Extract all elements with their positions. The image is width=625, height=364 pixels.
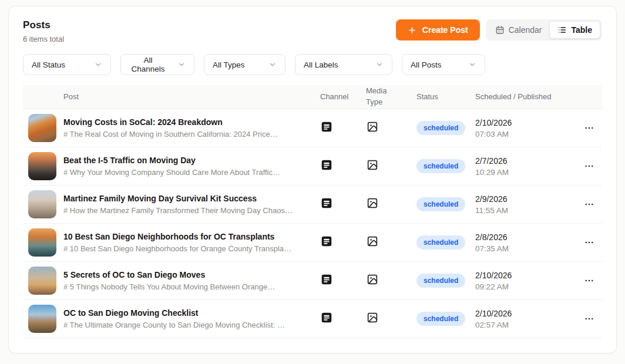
status-cell: scheduled [416, 235, 475, 250]
image-icon [366, 311, 379, 324]
article-icon [320, 235, 333, 248]
channel-cell [320, 120, 366, 136]
ellipsis-icon [584, 161, 594, 171]
filter-status[interactable]: All Status [23, 54, 111, 75]
media-type-cell [366, 120, 416, 136]
filter-types[interactable]: All Types [204, 54, 285, 75]
scheduled-date: 2/7/2026 [475, 156, 576, 166]
scheduled-time: 10:29 AM [475, 168, 576, 177]
scheduled-date: 2/10/2026 [475, 309, 576, 318]
table-row[interactable]: OC to San Diego Moving Checklist # The U… [23, 300, 602, 338]
channel-cell [320, 273, 366, 288]
table-row[interactable]: Beat the I-5 Traffic on Moving Day # Why… [23, 147, 602, 186]
scheduled-date: 2/10/2026 [475, 271, 576, 280]
chevron-down-icon [268, 60, 277, 69]
post-title: OC to San Diego Moving Checklist [63, 308, 285, 318]
status-badge: scheduled [416, 235, 465, 250]
filter-posts-label: All Posts [411, 60, 442, 69]
calendar-view-button[interactable]: Calendar [488, 21, 550, 39]
article-icon [320, 120, 333, 133]
image-icon [366, 159, 379, 171]
column-header-media-type: Media Type [366, 86, 416, 108]
article-icon [320, 197, 333, 210]
row-menu-button[interactable] [580, 310, 598, 328]
row-menu-button[interactable] [580, 272, 598, 289]
media-type-cell [366, 159, 416, 174]
scheduled-cell: 2/7/2026 10:29 AM [475, 156, 576, 177]
filter-posts[interactable]: All Posts [402, 54, 485, 75]
post-subtitle: # The Ultimate Orange County to San Dieg… [63, 321, 285, 329]
channel-cell [320, 159, 366, 174]
post-subtitle: # 10 Best San Diego Neighborhoods for Or… [63, 244, 291, 253]
media-type-cell [366, 235, 416, 250]
table-row[interactable]: Moving Costs in SoCal: 2024 Breakdown # … [23, 109, 602, 147]
create-post-label: Create Post [422, 25, 468, 35]
scheduled-date: 2/8/2026 [475, 232, 576, 242]
scheduled-time: 11:55 AM [475, 206, 576, 215]
table-row[interactable]: Martinez Family Moving Day Survival Kit … [23, 186, 602, 224]
table-row[interactable]: 5 Secrets of OC to San Diego Moves # 5 T… [23, 262, 602, 300]
status-badge: scheduled [416, 121, 465, 135]
column-header-status: Status [416, 92, 475, 103]
table-view-button[interactable]: Table [549, 21, 600, 39]
actions-cell [576, 272, 602, 289]
post-subtitle: # The Real Cost of Moving in Southern Ca… [63, 130, 278, 139]
status-cell: scheduled [416, 159, 475, 173]
post-title: Beat the I-5 Traffic on Moving Day [63, 156, 280, 165]
calendar-label: Calendar [509, 25, 542, 35]
row-menu-button[interactable] [580, 119, 598, 137]
status-badge: scheduled [416, 312, 465, 326]
article-icon [320, 311, 333, 324]
post-cell: Beat the I-5 Traffic on Moving Day # Why… [23, 147, 320, 185]
post-cell: 10 Best San Diego Neighborhoods for OC T… [23, 224, 320, 261]
filter-labels-label: All Labels [304, 60, 338, 69]
row-menu-button[interactable] [580, 157, 598, 175]
post-cell: OC to San Diego Moving Checklist # The U… [23, 300, 320, 338]
chevron-down-icon [94, 60, 102, 69]
chevron-down-icon [177, 60, 186, 69]
channel-cell [320, 197, 366, 212]
post-cell: Martinez Family Moving Day Survival Kit … [23, 186, 320, 223]
post-title: Martinez Family Moving Day Survival Kit … [63, 194, 293, 203]
column-header-channel: Channel [320, 92, 366, 103]
scheduled-time: 09:22 AM [475, 282, 576, 291]
beach-sunset-thumbnail [28, 267, 56, 295]
post-text: Beat the I-5 Traffic on Moving Day # Why… [63, 156, 280, 177]
image-icon [366, 120, 379, 133]
post-text: OC to San Diego Moving Checklist # The U… [63, 308, 285, 329]
table-row[interactable]: 10 Best San Diego Neighborhoods for OC T… [23, 224, 602, 262]
ellipsis-icon [584, 123, 594, 133]
row-menu-button[interactable] [580, 196, 598, 213]
post-title: 5 Secrets of OC to San Diego Moves [63, 270, 275, 279]
actions-cell [576, 157, 602, 175]
scheduled-time: 07:03 AM [475, 130, 576, 139]
title-block: Posts 6 items total [23, 19, 64, 43]
status-badge: scheduled [416, 197, 465, 211]
actions-cell [576, 119, 602, 137]
plus-icon [408, 26, 416, 35]
panel-header: Posts 6 items total Create Post Calendar [23, 19, 602, 43]
list-icon [557, 25, 567, 35]
scheduled-cell: 2/10/2026 07:03 AM [475, 118, 576, 139]
article-icon [320, 159, 333, 171]
scheduled-date: 2/10/2026 [475, 118, 576, 127]
post-text: 10 Best San Diego Neighborhoods for OC T… [63, 232, 291, 253]
filter-status-label: All Status [32, 60, 65, 69]
ellipsis-icon [584, 275, 594, 286]
image-icon [366, 273, 379, 286]
ellipsis-icon [584, 314, 594, 324]
status-cell: scheduled [416, 274, 475, 288]
create-post-button[interactable]: Create Post [396, 19, 480, 41]
filter-labels[interactable]: All Labels [295, 54, 392, 75]
post-title: Moving Costs in SoCal: 2024 Breakdown [63, 117, 278, 127]
status-cell: scheduled [416, 312, 475, 326]
row-menu-button[interactable] [580, 234, 598, 251]
filter-channels[interactable]: All Channels [120, 54, 194, 75]
post-subtitle: # Why Your Moving Company Should Care Mo… [63, 168, 280, 177]
table-body: Moving Costs in SoCal: 2024 Breakdown # … [23, 109, 602, 338]
post-text: 5 Secrets of OC to San Diego Moves # 5 T… [63, 270, 275, 291]
header-actions: Create Post Calendar Table [396, 19, 602, 41]
image-icon [366, 197, 379, 210]
table-label: Table [571, 25, 592, 35]
items-count: 6 items total [23, 35, 64, 43]
